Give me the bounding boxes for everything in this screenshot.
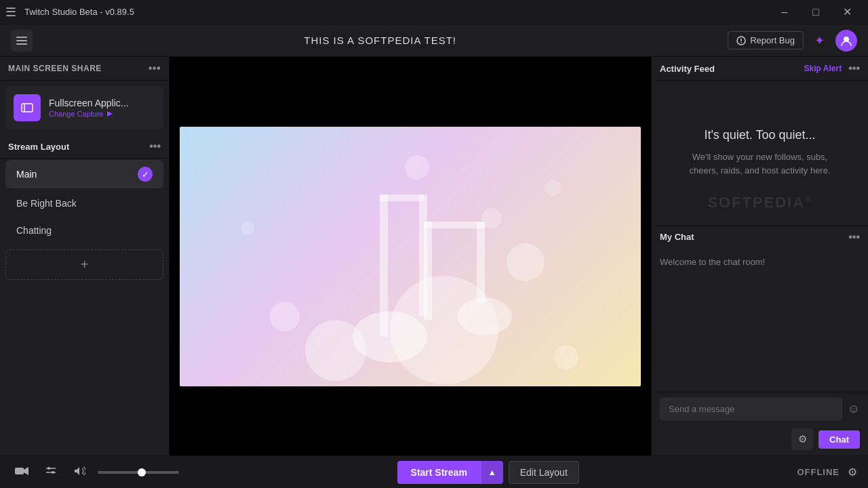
- emoji-button[interactable]: ☺: [848, 402, 860, 416]
- menu-icon[interactable]: ☰: [5, 5, 16, 20]
- layout-item-be-right-back[interactable]: Be Right Back: [5, 191, 163, 216]
- capture-info: Fullscreen Applic... Change Capture: [49, 98, 155, 118]
- svg-rect-12: [424, 222, 485, 228]
- canvas-art: [180, 127, 641, 386]
- maximize-button[interactable]: □: [800, 0, 831, 24]
- stream-layout-header: Stream Layout •••: [0, 135, 169, 159]
- svg-rect-2: [16, 43, 27, 45]
- my-chat-header: My Chat •••: [652, 225, 868, 249]
- layout-item-main[interactable]: Main ✓: [5, 160, 163, 188]
- avatar[interactable]: [835, 30, 857, 52]
- minimize-button[interactable]: –: [769, 0, 800, 24]
- app-body: Main Screen Share ••• Fullscreen Applic.…: [0, 57, 868, 455]
- main-screen-share-header: Main Screen Share •••: [0, 57, 169, 81]
- report-bug-button[interactable]: Report Bug: [728, 31, 804, 49]
- chat-actions-row: ⚙ Chat: [652, 426, 868, 455]
- svg-point-24: [545, 180, 561, 196]
- capture-title: Fullscreen Applic...: [49, 98, 155, 108]
- stream-layout-menu-icon[interactable]: •••: [149, 140, 161, 152]
- svg-point-20: [270, 302, 300, 331]
- bottom-bar: Start Stream ▲ Edit Layout OFFLINE ⚙: [0, 455, 868, 488]
- chat-send-button[interactable]: Chat: [818, 430, 860, 449]
- volume-slider[interactable]: [98, 471, 179, 474]
- skip-alert-button[interactable]: Skip Alert: [804, 64, 842, 73]
- quiet-description: We'll show your new follows, subs,cheers…: [689, 150, 830, 177]
- layout-check-icon: ✓: [138, 167, 153, 182]
- start-stream-button[interactable]: Start Stream: [397, 461, 481, 484]
- screen-share-menu-icon[interactable]: •••: [149, 62, 161, 75]
- global-settings-button[interactable]: ⚙: [848, 466, 857, 479]
- svg-rect-26: [15, 468, 24, 474]
- svg-point-28: [47, 467, 50, 470]
- svg-rect-1: [16, 40, 27, 41]
- sidebar-toggle-button[interactable]: [11, 30, 33, 52]
- chat-input-area: ☺: [652, 392, 868, 426]
- my-chat-body: Welcome to the chat room!: [652, 249, 868, 275]
- svg-point-17: [390, 276, 498, 384]
- edit-layout-button[interactable]: Edit Layout: [509, 461, 579, 484]
- add-scene-button[interactable]: +: [5, 249, 163, 280]
- canvas-preview: [180, 127, 641, 386]
- close-button[interactable]: ✕: [831, 0, 863, 24]
- chat-settings-button[interactable]: ⚙: [791, 428, 813, 450]
- header-center-text: THIS IS A SOFTPEDIA TEST!: [33, 35, 728, 46]
- window-controls: – □ ✕: [769, 0, 863, 24]
- layout-item-chatting[interactable]: Chatting: [5, 218, 163, 243]
- right-panel: Activity Feed Skip Alert ••• It's quiet.…: [651, 57, 868, 455]
- offline-badge: OFFLINE: [797, 467, 840, 477]
- svg-point-19: [507, 243, 545, 281]
- activity-feed-menu-icon[interactable]: •••: [848, 62, 860, 75]
- twitch-star-icon[interactable]: ✦: [814, 33, 825, 48]
- bottom-right: OFFLINE ⚙: [797, 466, 857, 479]
- svg-point-21: [554, 345, 578, 369]
- capture-icon: [14, 94, 41, 121]
- app-title: Twitch Studio Beta - v0.89.5: [24, 7, 769, 17]
- svg-point-23: [405, 155, 429, 180]
- svg-point-25: [241, 222, 254, 235]
- svg-rect-15: [380, 195, 424, 201]
- svg-rect-7: [22, 104, 33, 112]
- chat-spacer: [652, 275, 868, 392]
- main-canvas: [170, 57, 651, 455]
- camera-button[interactable]: [11, 462, 33, 482]
- activity-feed-header: Activity Feed Skip Alert •••: [652, 57, 868, 81]
- titlebar: ☰ Twitch Studio Beta - v0.89.5 – □ ✕: [0, 0, 868, 24]
- activity-feed-body: It's quiet. Too quiet... We'll show your…: [652, 81, 868, 225]
- svg-point-18: [305, 320, 366, 381]
- svg-rect-14: [380, 195, 388, 337]
- change-capture-button[interactable]: Change Capture: [49, 110, 155, 118]
- bottom-center: Start Stream ▲ Edit Layout: [187, 461, 789, 484]
- header-right: Report Bug ✦: [728, 30, 857, 52]
- capture-card: Fullscreen Applic... Change Capture: [5, 86, 163, 129]
- volume-button[interactable]: [69, 462, 90, 482]
- svg-rect-0: [16, 37, 27, 38]
- chat-message-input[interactable]: [660, 398, 842, 420]
- canvas-gradient: [180, 127, 641, 386]
- start-stream-dropdown-button[interactable]: ▲: [481, 461, 503, 484]
- softpedia-watermark: SOFTPEDIA®: [707, 194, 812, 211]
- main-header: THIS IS A SOFTPEDIA TEST! Report Bug ✦: [0, 24, 868, 57]
- svg-point-5: [741, 42, 742, 43]
- sidebar: Main Screen Share ••• Fullscreen Applic.…: [0, 57, 170, 455]
- quiet-title: It's quiet. Too quiet...: [704, 128, 815, 142]
- my-chat-menu-icon[interactable]: •••: [848, 231, 860, 243]
- settings-sliders-button[interactable]: [41, 462, 61, 482]
- svg-point-30: [52, 471, 54, 474]
- svg-point-22: [481, 208, 502, 228]
